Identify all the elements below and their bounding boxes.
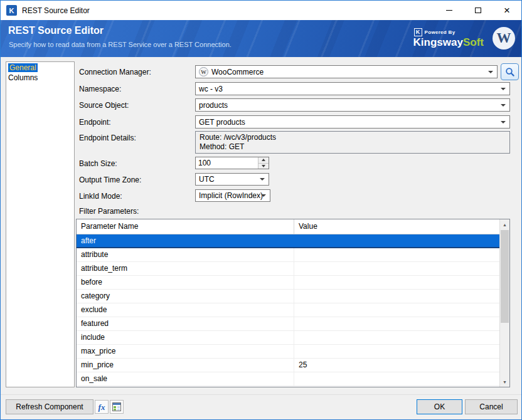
sidebar-item-general[interactable]: General bbox=[7, 63, 74, 73]
connection-manager-label: Connection Manager: bbox=[79, 68, 151, 76]
param-value-cell bbox=[294, 234, 499, 247]
filter-parameters-label: Filter Parameters: bbox=[79, 207, 139, 216]
endpoint-label: Endpoint: bbox=[79, 118, 111, 127]
endpoint-select[interactable]: GET products bbox=[195, 115, 510, 129]
connection-manager-value: WooCommerce bbox=[211, 68, 264, 76]
param-value-cell: 25 bbox=[294, 359, 499, 372]
cancel-button[interactable]: Cancel bbox=[465, 399, 518, 414]
browse-connection-button[interactable] bbox=[501, 63, 519, 80]
chevron-down-icon bbox=[261, 194, 266, 197]
endpoint-details-label: Endpoint Details: bbox=[79, 134, 136, 142]
table-row[interactable]: featured bbox=[77, 317, 499, 331]
chevron-down-icon bbox=[501, 121, 506, 123]
minimize-button[interactable] bbox=[435, 1, 464, 20]
batch-size-stepper bbox=[195, 157, 269, 169]
batch-size-input[interactable] bbox=[196, 157, 258, 169]
param-value-cell bbox=[294, 372, 499, 386]
namespace-value: wc - v3 bbox=[199, 85, 223, 93]
search-icon bbox=[505, 67, 515, 77]
spin-up-button[interactable] bbox=[258, 157, 269, 163]
wordpress-connection-icon: W bbox=[199, 67, 208, 76]
sidebar-item-columns[interactable]: Columns bbox=[7, 73, 74, 83]
header-logos: K Powered By KingswaySoft W bbox=[413, 27, 515, 50]
namespace-select[interactable]: wc - v3 bbox=[195, 82, 510, 95]
documentation-button[interactable] bbox=[110, 400, 124, 414]
wordpress-logo-icon: W bbox=[493, 27, 515, 50]
param-name-cell: max_price bbox=[77, 345, 294, 358]
linkid-mode-label: LinkId Mode: bbox=[79, 192, 122, 201]
rest-source-editor-window: K REST Source Editor × REST Source Edito… bbox=[0, 0, 522, 420]
spin-up-icon bbox=[262, 159, 265, 161]
param-value-cell bbox=[294, 317, 499, 330]
param-value-cell bbox=[294, 290, 499, 303]
table-row[interactable]: attribute_term bbox=[77, 262, 499, 276]
sidebar-item-label: General bbox=[8, 63, 38, 72]
spinner-buttons bbox=[258, 157, 269, 169]
table-header-row: Parameter Name Value bbox=[77, 219, 499, 234]
kingswaysoft-logo: K Powered By KingswaySoft bbox=[413, 28, 484, 49]
param-name-cell: featured bbox=[77, 317, 294, 330]
page-subtitle: Specify how to read data from a REST Ser… bbox=[9, 41, 232, 48]
page-list: General Columns bbox=[6, 61, 75, 387]
footer-bar: Refresh Component fx OK Cancel bbox=[1, 394, 521, 419]
kingswaysoft-k-icon: K bbox=[414, 28, 422, 36]
namespace-label: Namespace: bbox=[79, 85, 121, 93]
close-icon: × bbox=[504, 5, 510, 16]
powered-by-label: Powered By bbox=[425, 29, 455, 35]
table-row[interactable]: before bbox=[77, 276, 499, 290]
scroll-down-button[interactable]: ▼ bbox=[500, 377, 509, 387]
title-bar: K REST Source Editor × bbox=[1, 1, 521, 20]
table-row[interactable]: max_price bbox=[77, 345, 499, 359]
param-name-cell: attribute bbox=[77, 248, 294, 261]
page-title: REST Source Editor bbox=[8, 25, 104, 36]
linkid-mode-value: Implicit (RowIndex) bbox=[199, 191, 263, 200]
chevron-down-icon bbox=[260, 178, 265, 181]
refresh-component-button[interactable]: Refresh Component bbox=[6, 399, 93, 414]
table-row[interactable]: on_sale bbox=[77, 372, 499, 386]
param-value-cell bbox=[294, 331, 499, 344]
param-name-cell: on_sale bbox=[77, 372, 294, 386]
param-table-rows: after attribute attribute_term before ca… bbox=[77, 234, 499, 386]
editor-header: REST Source Editor Specify how to read d… bbox=[1, 20, 521, 57]
source-object-select[interactable]: products bbox=[195, 98, 510, 112]
table-row[interactable]: after bbox=[77, 234, 499, 248]
scroll-up-button[interactable]: ▲ bbox=[500, 219, 509, 229]
filter-parameters-table: Parameter Name Value after attribute att… bbox=[76, 219, 510, 387]
batch-size-label: Batch Size: bbox=[79, 159, 117, 168]
param-name-cell: before bbox=[77, 276, 294, 289]
scrollbar-thumb[interactable] bbox=[501, 230, 509, 323]
endpoint-route: Route: /wc/v3/products bbox=[200, 133, 506, 142]
sidebar-item-label: Columns bbox=[8, 73, 38, 82]
param-name-cell: category bbox=[77, 290, 294, 303]
param-value-cell bbox=[294, 345, 499, 358]
endpoint-details-box: Route: /wc/v3/products Method: GET bbox=[195, 131, 510, 154]
maximize-button[interactable] bbox=[464, 1, 493, 20]
close-button[interactable]: × bbox=[493, 1, 521, 20]
window-title: REST Source Editor bbox=[22, 6, 90, 15]
source-object-label: Source Object: bbox=[79, 101, 129, 110]
ok-button[interactable]: OK bbox=[417, 399, 462, 414]
linkid-mode-select[interactable]: Implicit (RowIndex) bbox=[195, 189, 270, 202]
column-header-value: Value bbox=[294, 219, 499, 234]
chevron-down-icon bbox=[501, 104, 506, 107]
table-row[interactable]: min_price 25 bbox=[77, 359, 499, 372]
table-icon bbox=[112, 402, 121, 411]
table-row[interactable]: include bbox=[77, 331, 499, 345]
maximize-icon bbox=[475, 8, 481, 13]
source-object-value: products bbox=[199, 101, 228, 110]
param-value-cell bbox=[294, 248, 499, 261]
param-value-cell bbox=[294, 303, 499, 317]
table-row[interactable]: category bbox=[77, 290, 499, 303]
spin-down-button[interactable] bbox=[258, 163, 269, 169]
expression-editor-button[interactable]: fx bbox=[95, 400, 109, 414]
column-header-parameter-name: Parameter Name bbox=[77, 219, 294, 234]
output-time-zone-select[interactable]: UTC bbox=[195, 173, 269, 186]
endpoint-method: Method: GET bbox=[200, 142, 506, 152]
vertical-scrollbar[interactable]: ▲ ▼ bbox=[499, 219, 509, 387]
param-name-cell: min_price bbox=[77, 359, 294, 372]
table-row[interactable]: exclude bbox=[77, 303, 499, 317]
chevron-down-icon bbox=[488, 71, 493, 73]
output-time-zone-value: UTC bbox=[199, 175, 215, 184]
table-row[interactable]: attribute bbox=[77, 248, 499, 262]
connection-manager-select[interactable]: W WooCommerce bbox=[195, 65, 498, 78]
